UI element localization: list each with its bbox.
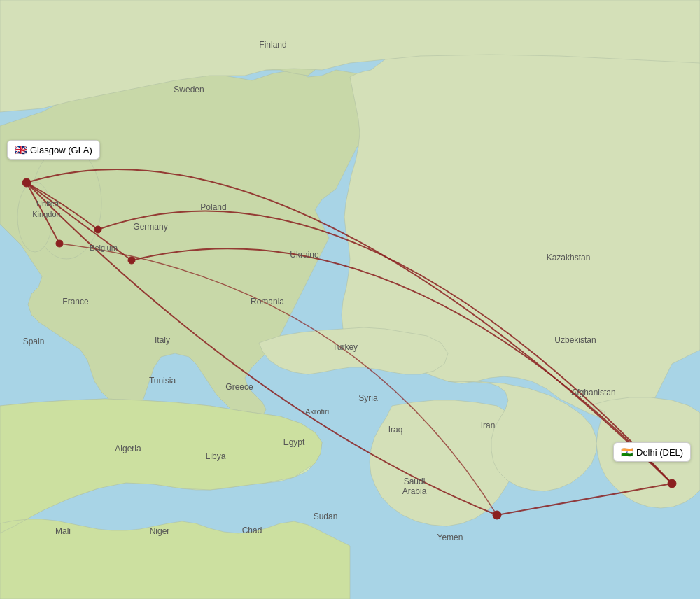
country-label-sudan: Sudan <box>314 512 338 521</box>
country-label-chad: Chad <box>242 526 262 535</box>
country-label-ukraine: Ukraine <box>290 250 319 260</box>
country-label-akrotiri: Akrotiri <box>305 407 329 416</box>
country-label-france: France <box>62 297 89 306</box>
svg-point-8 <box>668 479 676 488</box>
delhi-text: Delhi (DEL) <box>636 447 683 458</box>
map-container: Finland Sweden United Kingdom Belgium Ge… <box>0 0 700 599</box>
glasgow-text: Glasgow (GLA) <box>30 145 92 155</box>
glasgow-flag: 🇬🇧 <box>15 144 27 155</box>
svg-point-7 <box>493 511 501 519</box>
country-label-libya: Libya <box>206 451 226 461</box>
country-label-tunisia: Tunisia <box>149 376 176 386</box>
country-label-saudi: Saudi <box>404 477 426 486</box>
country-label-spain: Spain <box>23 337 45 346</box>
country-label-uk: United <box>36 199 59 208</box>
country-label-sweden: Sweden <box>174 85 204 94</box>
country-label-italy: Italy <box>155 335 170 345</box>
country-label-iran: Iran <box>481 421 496 430</box>
svg-point-3 <box>22 178 31 187</box>
country-label-mali: Mali <box>55 526 71 536</box>
country-label-afghanistan: Afghanistan <box>571 388 615 397</box>
svg-point-6 <box>128 257 135 264</box>
country-label-uzbekistan: Uzbekistan <box>554 335 596 345</box>
country-label-egypt: Egypt <box>284 437 305 447</box>
country-label-syria: Syria <box>358 393 378 403</box>
country-label-poland: Poland <box>200 202 226 212</box>
glasgow-label[interactable]: 🇬🇧 Glasgow (GLA) <box>7 140 100 160</box>
country-label-kazakhstan: Kazakhstan <box>547 253 591 262</box>
delhi-label[interactable]: 🇮🇳 Delhi (DEL) <box>613 442 691 462</box>
country-label-turkey: Turkey <box>332 342 358 352</box>
country-label-germany: Germany <box>133 222 167 232</box>
delhi-flag: 🇮🇳 <box>621 446 633 458</box>
country-label-romania: Romania <box>251 297 284 306</box>
country-label-belgium: Belgium <box>90 244 118 252</box>
country-label-finland: Finland <box>259 40 286 50</box>
country-label-uk2: Kingdom <box>32 210 62 218</box>
map-svg: Finland Sweden United Kingdom Belgium Ge… <box>0 0 700 599</box>
country-label-iraq: Iraq <box>388 425 403 435</box>
svg-point-4 <box>94 226 102 233</box>
country-label-algeria: Algeria <box>115 444 141 453</box>
svg-point-5 <box>56 240 63 247</box>
country-label-yemen: Yemen <box>438 533 463 542</box>
country-label-greece: Greece <box>225 382 253 392</box>
country-label-niger: Niger <box>150 526 170 536</box>
country-label-saudi2: Arabia <box>402 486 427 496</box>
